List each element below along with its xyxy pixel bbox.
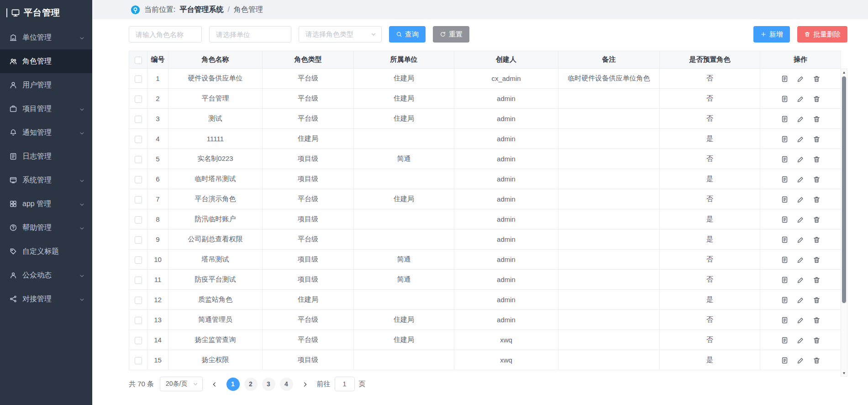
detail-icon[interactable] — [781, 276, 789, 284]
sidebar-item-9[interactable]: 自定义标题 — [0, 240, 92, 263]
page-button-3[interactable]: 3 — [262, 378, 275, 391]
edit-icon[interactable] — [797, 155, 805, 163]
scroll-down-icon[interactable]: ▼ — [841, 370, 847, 376]
scrollbar-track[interactable] — [841, 75, 847, 370]
row-checkbox[interactable] — [135, 297, 142, 304]
sidebar-item-6[interactable]: 系统管理 — [0, 168, 92, 192]
sidebar-item-5[interactable]: 日志管理 — [0, 144, 92, 168]
edit-icon[interactable] — [797, 216, 805, 224]
delete-icon[interactable] — [813, 296, 821, 304]
cell-role-type: 平台级 — [263, 189, 354, 209]
search-button[interactable]: 查询 — [389, 26, 426, 43]
detail-icon[interactable] — [781, 256, 789, 264]
sidebar-item-11[interactable]: 对接管理 — [0, 287, 92, 311]
detail-icon[interactable] — [781, 336, 789, 344]
edit-icon[interactable] — [797, 115, 805, 123]
role-type-select[interactable]: 请选择角色类型 — [299, 26, 382, 43]
row-checkbox[interactable] — [135, 357, 142, 364]
scrollbar-thumb[interactable] — [842, 76, 846, 303]
edit-icon[interactable] — [797, 95, 805, 103]
sidebar-item-2[interactable]: 用户管理 — [0, 73, 92, 97]
sidebar-item-0[interactable]: 单位管理 — [0, 26, 92, 49]
roles-table-container: 编号 角色名称 角色类型 所属单位 创建人 备注 是否预置角色 操作 1硬件设备… — [129, 51, 847, 370]
goto-page-input[interactable] — [335, 377, 355, 391]
row-checkbox[interactable] — [135, 136, 142, 143]
page-button-4[interactable]: 4 — [280, 378, 293, 391]
sidebar-item-7[interactable]: app 管理 — [0, 192, 92, 216]
breadcrumb-root[interactable]: 平台管理系统 — [179, 5, 223, 15]
edit-icon[interactable] — [797, 135, 805, 143]
cell-role-name: 扬尘权限 — [168, 350, 263, 370]
row-checkbox[interactable] — [135, 116, 142, 123]
delete-icon[interactable] — [813, 236, 821, 244]
edit-icon[interactable] — [797, 256, 805, 264]
delete-icon[interactable] — [813, 115, 821, 123]
edit-icon[interactable] — [797, 236, 805, 244]
detail-icon[interactable] — [781, 196, 789, 203]
prev-page-button[interactable] — [209, 378, 221, 390]
table-scrollbar[interactable]: ▲ ▼ — [841, 69, 847, 377]
edit-icon[interactable] — [797, 357, 805, 364]
delete-icon[interactable] — [813, 176, 821, 183]
sidebar-item-4[interactable]: 通知管理 — [0, 121, 92, 144]
row-checkbox[interactable] — [135, 75, 142, 83]
location-icon — [131, 5, 140, 15]
page-size-select[interactable]: 20条/页 — [160, 377, 202, 391]
detail-icon[interactable] — [781, 115, 789, 123]
role-name-input[interactable] — [129, 26, 202, 43]
delete-icon[interactable] — [813, 357, 821, 364]
batch-delete-button[interactable]: 批量删除 — [797, 26, 847, 43]
row-checkbox[interactable] — [135, 317, 142, 324]
sidebar-item-8[interactable]: 帮助管理 — [0, 216, 92, 240]
row-checkbox[interactable] — [135, 176, 142, 183]
delete-icon[interactable] — [813, 75, 821, 83]
detail-icon[interactable] — [781, 135, 789, 143]
detail-icon[interactable] — [781, 357, 789, 364]
page-button-2[interactable]: 2 — [244, 378, 258, 391]
detail-icon[interactable] — [781, 75, 789, 83]
detail-icon[interactable] — [781, 316, 789, 324]
detail-icon[interactable] — [781, 176, 789, 183]
delete-icon[interactable] — [813, 276, 821, 284]
sidebar-item-3[interactable]: 项目管理 — [0, 97, 92, 121]
table-row: 1硬件设备供应单位平台级住建局cx_admin临时硬件设备供应单位角色否 — [129, 69, 841, 89]
detail-icon[interactable] — [781, 216, 789, 224]
unit-select-input[interactable] — [209, 26, 291, 43]
row-checkbox[interactable] — [135, 236, 142, 244]
row-checkbox[interactable] — [135, 337, 142, 344]
detail-icon[interactable] — [781, 296, 789, 304]
detail-icon[interactable] — [781, 155, 789, 163]
edit-icon[interactable] — [797, 276, 805, 284]
delete-icon[interactable] — [813, 196, 821, 203]
content-panel: 请选择角色类型 查询 重置 新增 批量删除 — [92, 19, 868, 405]
sidebar-item-10[interactable]: 公众动态 — [0, 263, 92, 287]
page-button-1[interactable]: 1 — [226, 378, 240, 391]
detail-icon[interactable] — [781, 95, 789, 103]
row-checkbox[interactable] — [135, 216, 142, 224]
edit-icon[interactable] — [797, 296, 805, 304]
delete-icon[interactable] — [813, 316, 821, 324]
row-checkbox[interactable] — [135, 196, 142, 203]
delete-icon[interactable] — [813, 135, 821, 143]
scroll-up-icon[interactable]: ▲ — [841, 69, 847, 75]
select-all-checkbox[interactable] — [135, 57, 142, 64]
edit-icon[interactable] — [797, 316, 805, 324]
delete-icon[interactable] — [813, 155, 821, 163]
next-page-button[interactable] — [299, 378, 311, 390]
delete-icon[interactable] — [813, 216, 821, 224]
row-checkbox[interactable] — [135, 156, 142, 163]
edit-icon[interactable] — [797, 196, 805, 203]
add-button[interactable]: 新增 — [753, 26, 790, 43]
delete-icon[interactable] — [813, 95, 821, 103]
detail-icon[interactable] — [781, 236, 789, 244]
row-checkbox[interactable] — [135, 96, 142, 103]
row-checkbox[interactable] — [135, 277, 142, 284]
reset-button[interactable]: 重置 — [433, 26, 469, 43]
edit-icon[interactable] — [797, 75, 805, 83]
delete-icon[interactable] — [813, 336, 821, 344]
edit-icon[interactable] — [797, 336, 805, 344]
sidebar-item-1[interactable]: 角色管理 — [0, 49, 92, 73]
edit-icon[interactable] — [797, 176, 805, 183]
delete-icon[interactable] — [813, 256, 821, 264]
row-checkbox[interactable] — [135, 256, 142, 264]
